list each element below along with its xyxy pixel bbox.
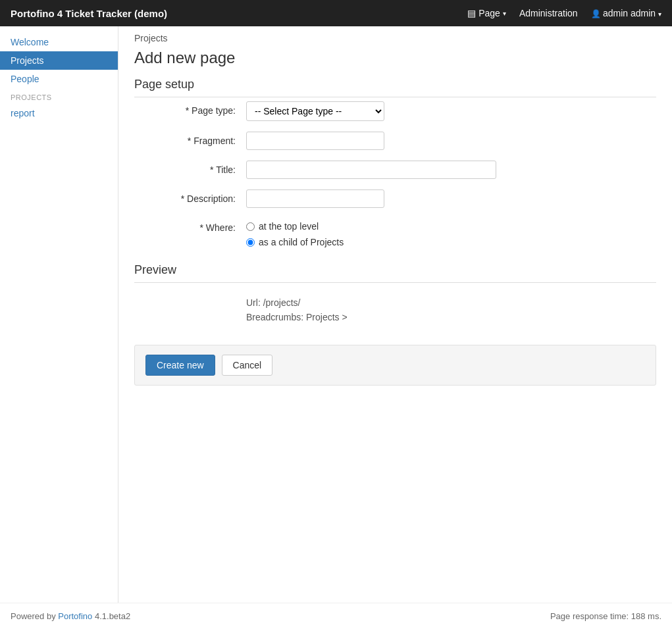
preview-breadcrumbs: Breadcrumbs: Projects > [246,312,656,322]
field-description: * Description: [134,189,656,208]
where-option-child[interactable]: as a child of Projects [246,237,344,247]
fragment-label: * Fragment: [134,132,246,146]
title-input[interactable] [246,161,496,179]
preview-url: Url: /projects/ [246,297,656,308]
admin-user-label: admin admin [603,8,656,18]
footer-powered-by: Powered by Portofino 4.1.beta2 [11,611,130,621]
description-label: * Description: [134,189,246,204]
breadcrumb: Projects [134,33,656,43]
administration-link[interactable]: Administration [519,8,578,18]
field-title: * Title: [134,161,656,179]
sidebar-item-welcome[interactable]: Welcome [0,33,118,51]
preview-section: Preview Url: /projects/ Breadcrumbs: Pro… [134,263,656,332]
footer: Powered by Portofino 4.1.beta2 Page resp… [0,603,672,629]
admin-user-menu[interactable]: admin admin ▾ [591,8,661,18]
form-section-title: Page setup [134,78,656,97]
cancel-button[interactable]: Cancel [222,355,273,376]
field-fragment: * Fragment: [134,132,656,150]
where-label: * Where: [134,218,246,233]
page-type-select[interactable]: -- Select Page type -- CRUD Custom Embed… [246,101,384,121]
field-page-type: * Page type: -- Select Page type -- CRUD… [134,101,656,121]
page-title: Add new page [134,49,656,67]
header-nav: Page ▾ Administration admin admin ▾ [467,8,661,18]
footer-response-time: Page response time: 188 ms. [550,611,661,621]
where-option-top-label: at the top level [259,221,319,232]
where-option-child-label: as a child of Projects [259,237,344,247]
fragment-input[interactable] [246,132,384,150]
preview-section-title: Preview [134,263,656,283]
sidebar-item-people[interactable]: People [0,70,118,88]
version-text: 4.1.beta2 [95,611,130,621]
page-dropdown-arrow: ▾ [503,10,506,17]
create-new-button[interactable]: Create new [145,355,215,376]
description-input[interactable] [246,189,384,208]
sidebar: Welcome Projects People PROJECTS report [0,26,118,603]
action-bar: Create new Cancel [134,345,656,386]
where-radio-child[interactable] [246,238,255,247]
admin-dropdown-arrow: ▾ [658,11,661,18]
where-radio-group: at the top level as a child of Projects [246,218,344,247]
main-content: Projects Add new page Page setup * Page … [118,26,672,603]
sidebar-item-projects[interactable]: Projects [0,51,118,70]
page-label: Page [478,8,500,18]
preview-info: Url: /projects/ Breadcrumbs: Projects > [134,287,656,332]
form-section-page-setup: Page setup * Page type: -- Select Page t… [134,78,656,247]
header: Portofino 4 Ticket Tracker (demo) Page ▾… [0,0,672,26]
main-layout: Welcome Projects People PROJECTS report … [0,26,672,603]
where-option-top[interactable]: at the top level [246,221,344,232]
where-radio-top[interactable] [246,222,255,231]
title-label: * Title: [134,161,246,175]
powered-by-text: Powered by [11,611,56,621]
brand-link[interactable]: Portofino [58,611,92,621]
page-type-label: * Page type: [134,101,246,116]
sidebar-section-projects-label: PROJECTS [0,88,118,104]
field-where: * Where: at the top level as a child of … [134,218,656,247]
page-menu[interactable]: Page ▾ [467,8,506,18]
app-title: Portofino 4 Ticket Tracker (demo) [11,8,467,19]
sidebar-item-report[interactable]: report [0,104,118,122]
